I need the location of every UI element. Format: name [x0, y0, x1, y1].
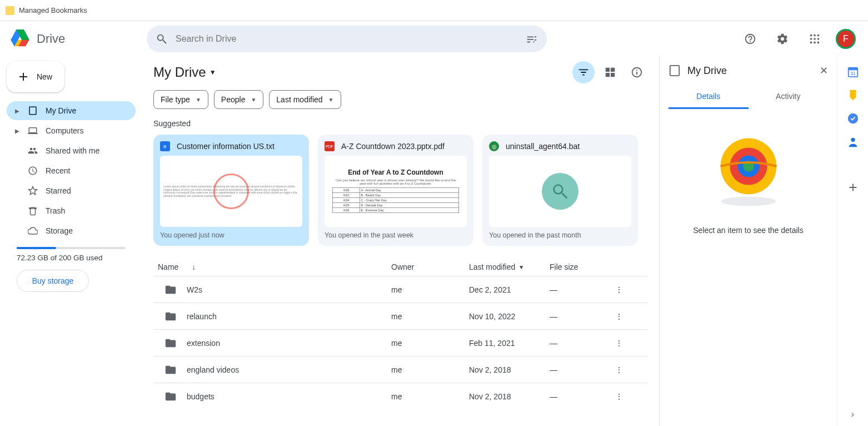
file-size: — — [550, 285, 605, 294]
suggested-title: uninstall_agent64.bat — [506, 142, 580, 151]
suggested-card[interactable]: ◎ uninstall_agent64.bat You opened in th… — [482, 135, 638, 246]
settings-icon[interactable] — [771, 28, 794, 50]
info-icon[interactable] — [626, 61, 648, 83]
grid-view-icon[interactable] — [599, 61, 621, 83]
logo[interactable]: Drive — [9, 28, 142, 50]
add-icon[interactable] — [847, 181, 859, 194]
suggested-row: ≡ Customer information US.txt Lorem ipsu… — [153, 135, 648, 246]
file-owner: me — [391, 365, 469, 374]
sidebar-item-starred[interactable]: ▶ Starred — [7, 181, 136, 200]
nav-label: Trash — [46, 206, 65, 215]
svg-point-28 — [851, 138, 855, 142]
contacts-icon[interactable] — [847, 136, 859, 148]
sidebar-item-recent[interactable]: ▶ Recent — [7, 161, 136, 180]
table-row[interactable]: extension me Feb 11, 2021 — ⋮ — [153, 329, 648, 356]
svg-point-11 — [814, 34, 816, 37]
nav-label: Storage — [46, 226, 73, 235]
more-actions-icon[interactable]: ⋮ — [605, 365, 633, 374]
search-input[interactable] — [176, 34, 518, 44]
suggested-subtitle: You opened in the past week — [325, 231, 467, 239]
calendar-icon[interactable]: 31 — [847, 66, 859, 78]
table-row[interactable]: relaunch me Nov 10, 2022 — ⋮ — [153, 303, 648, 329]
file-size: — — [550, 392, 605, 401]
buy-storage-button[interactable]: Buy storage — [17, 270, 89, 292]
table-header: Name ↓ Owner Last modified▼ File size — [153, 256, 648, 276]
bookmark-bar: Managed Bookmarks — [0, 0, 868, 21]
nav-label: Recent — [46, 166, 70, 175]
search-icon — [156, 33, 168, 45]
more-actions-icon[interactable]: ⋮ — [605, 285, 633, 294]
chevron-right-icon: ▶ — [14, 108, 20, 114]
more-actions-icon[interactable]: ⋮ — [605, 392, 633, 401]
table-row[interactable]: england videos me Nov 2, 2018 — ⋮ — [153, 356, 648, 383]
suggested-title: Customer information US.txt — [177, 142, 275, 151]
file-owner: me — [391, 339, 469, 348]
new-button[interactable]: New — [7, 61, 64, 92]
folder-icon — [164, 284, 177, 296]
column-owner[interactable]: Owner — [391, 262, 469, 271]
file-name: relaunch — [187, 312, 217, 321]
svg-point-13 — [810, 38, 812, 40]
tasks-icon[interactable] — [847, 112, 859, 125]
bookmark-label[interactable]: Managed Bookmarks — [19, 6, 87, 14]
file-owner: me — [391, 392, 469, 401]
file-name: budgets — [187, 392, 214, 401]
sidebar-item-shared[interactable]: ▶ Shared with me — [7, 141, 136, 160]
filter-icon[interactable] — [572, 61, 595, 83]
keep-icon[interactable] — [847, 89, 859, 101]
column-name[interactable]: Name ↓ — [158, 262, 391, 271]
page-title: My Drive — [153, 65, 206, 80]
column-modified[interactable]: Last modified▼ — [469, 262, 550, 271]
suggested-card[interactable]: ≡ Customer information US.txt Lorem ipsu… — [153, 135, 309, 246]
search-options-icon[interactable] — [526, 33, 538, 45]
svg-rect-25 — [848, 68, 857, 71]
breadcrumb[interactable]: My Drive ▼ — [153, 65, 216, 80]
search-bar[interactable] — [147, 26, 547, 52]
cursor-indicator — [213, 174, 249, 209]
suggested-card[interactable]: PDF A-Z Countdown 2023.pptx.pdf End of Y… — [318, 135, 473, 246]
filter-chips: File type▼ People▼ Last modified▼ — [153, 90, 648, 109]
svg-point-27 — [847, 113, 857, 123]
details-panel: My Drive ✕ Details Activity Select an it… — [659, 57, 837, 426]
computer-icon — [28, 126, 38, 136]
table-row[interactable]: W2s me Dec 2, 2021 — ⋮ — [153, 276, 648, 303]
clock-icon — [28, 166, 38, 176]
tab-details[interactable]: Details — [669, 85, 749, 109]
empty-graphic — [710, 131, 787, 209]
nav-label: My Drive — [46, 106, 76, 115]
table-row[interactable]: budgets me Nov 2, 2018 — ⋮ — [153, 383, 648, 409]
script-icon: ◎ — [489, 141, 499, 151]
header: Drive F — [0, 21, 868, 57]
folder-icon — [164, 310, 177, 323]
drive-icon — [28, 106, 38, 116]
expand-rail-icon[interactable]: › — [851, 409, 854, 419]
account-avatar[interactable]: F — [836, 29, 856, 49]
chip-last-modified[interactable]: Last modified▼ — [269, 90, 341, 109]
chip-people[interactable]: People▼ — [214, 90, 264, 109]
thumbnail: Lorem ipsum dolor sit amet consectetur a… — [160, 156, 302, 227]
svg-point-18 — [817, 42, 820, 44]
file-owner: me — [391, 312, 469, 321]
suggested-title: Suggested — [153, 119, 648, 128]
more-actions-icon[interactable]: ⋮ — [605, 339, 633, 348]
sidebar-item-trash[interactable]: ▶ Trash — [7, 201, 136, 220]
drive-icon — [669, 65, 681, 77]
more-actions-icon[interactable]: ⋮ — [605, 312, 633, 321]
svg-text:31: 31 — [850, 71, 856, 76]
tab-activity[interactable]: Activity — [749, 85, 829, 109]
details-tabs: Details Activity — [669, 85, 828, 109]
nav-label: Shared with me — [46, 146, 99, 155]
sidebar-item-mydrive[interactable]: ▶ My Drive — [7, 101, 136, 120]
docs-icon: ≡ — [160, 141, 170, 151]
content-area: My Drive ▼ File type▼ People▼ Last modif… — [142, 57, 659, 426]
column-size[interactable]: File size — [550, 262, 605, 271]
new-button-label: New — [37, 72, 52, 81]
star-icon — [28, 186, 38, 196]
chip-file-type[interactable]: File type▼ — [153, 90, 208, 109]
details-title: My Drive — [687, 65, 727, 77]
sidebar-item-computers[interactable]: ▶ Computers — [7, 121, 136, 140]
close-icon[interactable]: ✕ — [820, 65, 828, 77]
sidebar-item-storage[interactable]: ▶ Storage — [7, 221, 136, 240]
apps-icon[interactable] — [804, 28, 826, 50]
help-icon[interactable] — [739, 28, 761, 50]
